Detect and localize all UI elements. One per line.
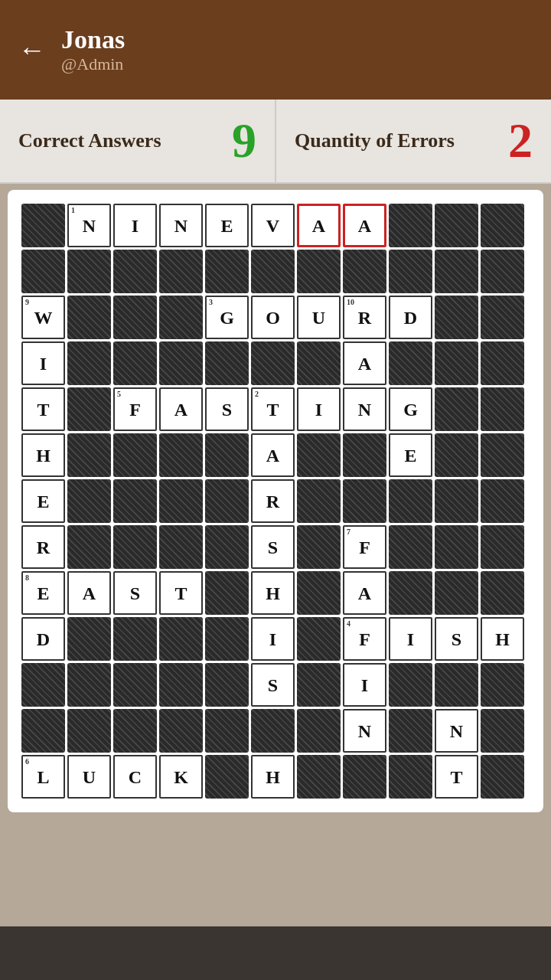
grid-cell[interactable]: A: [343, 571, 386, 615]
grid-cell: [297, 571, 341, 615]
grid-cell[interactable]: E: [205, 204, 249, 247]
grid-cell[interactable]: A: [251, 433, 295, 477]
grid-cell: [481, 663, 524, 707]
grid-cell: [159, 433, 203, 477]
grid-cell[interactable]: T: [435, 755, 478, 799]
grid-cell[interactable]: I: [251, 617, 295, 661]
grid-cell[interactable]: N: [435, 709, 478, 753]
grid-cell: [205, 663, 249, 707]
grid-cell[interactable]: N: [343, 387, 386, 431]
grid-cell[interactable]: I: [297, 387, 341, 431]
crossword-grid: 1NINEVAA9W3GOU10RDIAT5FAS2TINGHAEERRS7F8…: [21, 204, 530, 799]
grid-cell[interactable]: 8E: [21, 571, 65, 615]
grid-cell[interactable]: G: [389, 387, 432, 431]
grid-cell[interactable]: V: [251, 204, 295, 247]
grid-cell: [481, 296, 524, 339]
cell-letter: S: [268, 538, 278, 557]
cell-letter: N: [358, 722, 371, 740]
grid-cell[interactable]: 2T: [251, 387, 295, 431]
grid-cell: [67, 387, 111, 431]
grid-cell[interactable]: 7F: [343, 525, 386, 569]
grid-cell[interactable]: A: [67, 571, 111, 615]
grid-cell[interactable]: I: [21, 341, 65, 385]
grid-cell: [205, 525, 249, 569]
grid-cell[interactable]: T: [21, 387, 65, 431]
cell-letter: S: [452, 630, 461, 648]
grid-cell[interactable]: I: [113, 204, 157, 247]
grid-cell[interactable]: A: [343, 341, 386, 385]
cell-letter: A: [312, 217, 325, 235]
cell-letter: N: [450, 722, 463, 740]
grid-cell: [435, 479, 478, 523]
cell-letter: R: [37, 538, 50, 557]
grid-cell[interactable]: N: [343, 709, 386, 753]
cell-letter: H: [266, 768, 280, 786]
grid-cell: [435, 387, 478, 431]
grid-cell[interactable]: U: [67, 755, 111, 799]
cell-letter: W: [34, 309, 53, 327]
grid-cell[interactable]: 6L: [21, 755, 65, 799]
grid-cell: [21, 663, 65, 707]
grid-cell[interactable]: 3G: [205, 296, 249, 339]
grid-cell[interactable]: R: [21, 525, 65, 569]
grid-cell: [343, 433, 386, 477]
grid-cell: [251, 341, 295, 385]
grid-cell[interactable]: D: [389, 296, 432, 339]
grid-cell: [205, 433, 249, 477]
grid-cell: [113, 250, 157, 293]
grid-cell: [67, 663, 111, 707]
cell-letter: S: [268, 676, 278, 694]
grid-cell[interactable]: A: [343, 204, 386, 247]
grid-cell[interactable]: H: [251, 571, 295, 615]
grid-cell[interactable]: I: [389, 617, 432, 661]
grid-cell[interactable]: 1N: [67, 204, 111, 247]
grid-cell: [159, 479, 203, 523]
grid-cell[interactable]: S: [251, 663, 295, 707]
grid-cell[interactable]: S: [205, 387, 249, 431]
cell-letter: G: [220, 309, 234, 327]
grid-cell[interactable]: H: [21, 433, 65, 477]
grid-cell[interactable]: E: [21, 479, 65, 523]
grid-cell[interactable]: A: [159, 387, 203, 431]
grid-cell: [435, 204, 478, 247]
cell-letter: F: [129, 400, 141, 419]
grid-cell: [343, 250, 386, 293]
cell-letter: I: [269, 630, 276, 648]
grid-cell[interactable]: 10R: [343, 296, 386, 339]
grid-cell[interactable]: S: [435, 617, 478, 661]
grid-cell[interactable]: I: [343, 663, 386, 707]
grid-cell: [435, 571, 478, 615]
grid-cell[interactable]: 9W: [21, 296, 65, 339]
cell-letter: F: [359, 538, 370, 557]
grid-cell: [297, 617, 341, 661]
grid-cell: [435, 341, 478, 385]
grid-cell[interactable]: S: [113, 571, 157, 615]
grid-cell: [251, 709, 295, 753]
grid-cell[interactable]: O: [251, 296, 295, 339]
grid-cell: [205, 571, 249, 615]
grid-cell[interactable]: H: [481, 617, 524, 661]
grid-cell[interactable]: 4F: [343, 617, 386, 661]
cell-letter: S: [222, 400, 232, 419]
grid-cell: [67, 709, 111, 753]
grid-cell[interactable]: E: [389, 433, 432, 477]
cell-letter: G: [403, 400, 418, 419]
grid-cell: [205, 709, 249, 753]
grid-cell[interactable]: R: [251, 479, 295, 523]
back-button[interactable]: ←: [18, 34, 46, 66]
grid-cell[interactable]: A: [297, 204, 341, 247]
grid-cell[interactable]: D: [21, 617, 65, 661]
grid-cell[interactable]: H: [251, 755, 295, 799]
cell-letter: K: [174, 768, 188, 786]
grid-cell: [389, 755, 432, 799]
grid-cell[interactable]: S: [251, 525, 295, 569]
grid-cell[interactable]: T: [159, 571, 203, 615]
grid-cell[interactable]: U: [297, 296, 341, 339]
grid-cell[interactable]: K: [159, 755, 203, 799]
cell-letter: L: [37, 768, 49, 786]
grid-cell[interactable]: 5F: [113, 387, 157, 431]
grid-cell[interactable]: C: [113, 755, 157, 799]
grid-cell: [251, 250, 295, 293]
grid-cell: [481, 204, 524, 247]
grid-cell[interactable]: N: [159, 204, 203, 247]
